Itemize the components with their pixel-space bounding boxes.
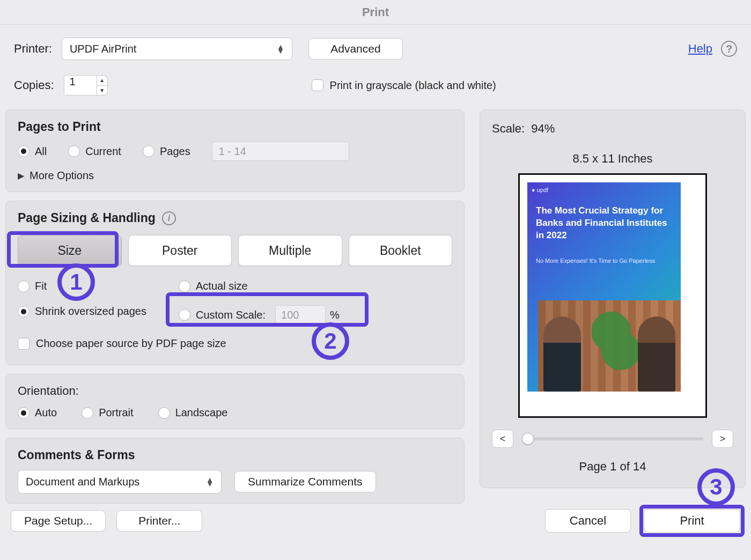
advanced-button[interactable]: Advanced [308,38,403,60]
info-icon[interactable]: i [162,211,176,225]
preview-person-right [638,316,675,392]
cancel-button[interactable]: Cancel [545,509,631,533]
help-link[interactable]: Help [688,42,712,56]
printer-settings-button[interactable]: Printer... [116,510,202,532]
preview-person-left [543,316,581,392]
orientation-portrait-label: Portrait [99,407,133,419]
radio-icon [18,281,30,292]
disclosure-triangle-icon: ▶ [18,171,24,181]
orientation-auto[interactable]: Auto [18,407,57,419]
orientation-landscape[interactable]: Landscape [158,407,228,419]
radio-icon [18,145,30,157]
sizing-panel: Page Sizing & Handling i Size Poster Mul… [5,201,465,365]
orientation-portrait[interactable]: Portrait [82,407,133,419]
sizing-title: Page Sizing & Handling [18,211,156,225]
pages-all-option[interactable]: All [18,145,47,158]
preview-subhead: No More Expenses! It's Time to Go Paperl… [536,257,672,264]
orientation-auto-label: Auto [35,407,57,419]
radio-icon [68,145,80,157]
page-slider[interactable] [522,437,703,440]
actual-size-label: Actual size [196,280,248,292]
tab-poster[interactable]: Poster [128,235,232,266]
page-setup-label: Page Setup... [24,514,92,527]
choose-paper-option[interactable]: Choose paper source by PDF page size [18,337,452,350]
copies-stepper[interactable]: ▲ ▼ [97,75,108,95]
comments-select[interactable]: Document and Markups ▲▼ [18,470,222,493]
fit-option[interactable]: Fit [18,280,179,292]
copies-label: Copies: [14,78,54,92]
chevron-updown-icon: ▲▼ [277,45,284,53]
orientation-panel: Orientation: Auto Portrait Landscape [5,374,465,429]
next-page-button[interactable]: > [712,430,733,448]
print-button[interactable]: Print [644,509,740,533]
grayscale-label: Print in grayscale (black and white) [330,79,496,92]
page-indicator: Page 1 of 14 [492,460,733,474]
preview-headline: The Most Crucial Strategy for Banks and … [536,205,672,242]
comments-panel: Comments & Forms Document and Markups ▲▼… [5,438,465,504]
summarize-label: Summarize Comments [248,475,363,488]
page-setup-button[interactable]: Page Setup... [11,510,106,532]
pages-title: Pages to Print [18,120,452,134]
more-options-toggle[interactable]: ▶ More Options [18,170,452,182]
comments-value: Document and Markups [26,476,139,488]
tab-poster-label: Poster [162,244,197,258]
pages-current-label: Current [85,145,121,158]
pages-to-print-panel: Pages to Print All Current Pages 1 - 14 … [5,109,465,192]
print-label: Print [680,514,704,528]
tab-multiple[interactable]: Multiple [238,235,342,266]
page-preview: ● updf The Most Crucial Strategy for Ban… [518,173,707,418]
pages-range-option[interactable]: Pages [143,145,190,158]
radio-icon [18,306,30,318]
prev-page-button[interactable]: < [492,430,513,448]
pages-current-option[interactable]: Current [68,145,121,158]
preview-document-art: ● updf The Most Crucial Strategy for Ban… [527,182,681,392]
slider-thumb[interactable] [522,433,534,445]
cancel-label: Cancel [570,514,606,528]
help-icon[interactable]: ? [721,41,737,57]
preview-brand: ● updf [532,187,548,193]
comments-title: Comments & Forms [18,448,452,462]
stepper-up-icon[interactable]: ▲ [97,76,107,86]
checkbox-icon [18,338,30,350]
tab-booklet-label: Booklet [380,244,421,258]
more-options-label: More Options [30,170,94,182]
pages-range-input[interactable]: 1 - 14 [212,142,349,161]
radio-icon [179,281,190,292]
shrink-option[interactable]: Shrink oversized pages [18,305,179,318]
radio-icon [82,407,93,419]
printer-select[interactable]: UPDF AirPrint ▲▼ [62,38,292,60]
stepper-down-icon[interactable]: ▼ [97,86,107,95]
custom-scale-option[interactable]: Custom Scale: 100 % [179,305,340,325]
radio-icon [143,145,154,157]
scale-value: 94% [531,122,555,136]
orientation-landscape-label: Landscape [175,407,228,419]
tab-size-label: Size [57,244,82,258]
custom-scale-input[interactable]: 100 [275,305,326,325]
orientation-title: Orientation: [18,384,452,398]
tab-booklet[interactable]: Booklet [349,235,453,266]
advanced-label: Advanced [330,42,380,55]
actual-size-option[interactable]: Actual size [179,280,340,292]
printer-label: Printer: [14,42,52,56]
shrink-label: Shrink oversized pages [35,305,146,318]
radio-icon [158,407,170,419]
window-title: Print [0,0,751,25]
summarize-comments-button[interactable]: Summarize Comments [234,471,376,492]
custom-scale-label: Custom Scale: [196,309,266,321]
preview-plant [592,306,640,370]
tab-multiple-label: Multiple [269,244,311,258]
preview-panel: Scale: 94% 8.5 x 11 Inches ● updf The Mo… [480,109,746,488]
percent-label: % [330,309,340,321]
scale-label: Scale: [492,122,525,136]
pages-all-label: All [35,145,47,158]
copies-input[interactable]: 1 [64,75,97,95]
tab-size[interactable]: Size [18,235,122,266]
chevron-updown-icon: ▲▼ [206,477,213,486]
printer-settings-label: Printer... [138,514,180,527]
radio-icon [18,407,30,419]
page-size-label: 8.5 x 11 Inches [492,152,733,166]
printer-value: UPDF AirPrint [70,43,136,55]
grayscale-checkbox[interactable] [312,79,323,91]
radio-icon [179,309,190,321]
choose-paper-label: Choose paper source by PDF page size [36,337,226,350]
